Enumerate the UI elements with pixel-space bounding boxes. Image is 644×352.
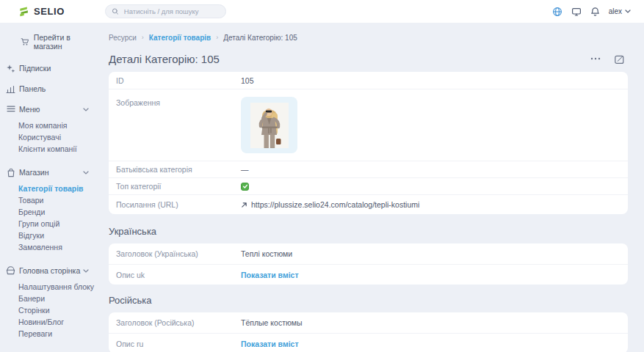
row-id: ID 105 — [109, 72, 628, 89]
sidebar-subitem[interactable]: Відгуки — [0, 230, 99, 241]
row-parent-category: Батьківська категорія — — [109, 161, 628, 177]
field-label: Заголовок (Українська) — [116, 249, 241, 258]
section-title-russian: Російська — [109, 295, 628, 307]
sidebar-subitem[interactable]: Товари — [0, 194, 99, 206]
field-label: ID — [116, 76, 241, 85]
sidebar-subitem[interactable]: Новини/Блог — [0, 316, 99, 328]
bar-chart-icon — [6, 84, 15, 94]
chevron-down-icon — [83, 171, 89, 175]
ellipsis-icon — [590, 57, 601, 60]
display-icon[interactable] — [571, 7, 582, 17]
breadcrumb-item-categories[interactable]: Категорії товарів — [149, 34, 211, 42]
global-search[interactable] — [105, 4, 226, 18]
selio-logo-icon — [18, 6, 29, 17]
checked-checkbox-icon — [241, 183, 249, 191]
ukrainian-card: Заголовок (Українська) Теплі костюми Опи… — [109, 243, 628, 285]
breadcrumb-item-current: Деталі Категорію: 105 — [223, 34, 297, 42]
bell-icon[interactable] — [590, 7, 600, 17]
sidebar-subitem[interactable]: Банери — [0, 293, 99, 304]
sidebar-group-homepage[interactable]: Головна сторінка — [0, 260, 99, 281]
sidebar-submenu-homepage: Налаштування блоку Банери Сторінки Новин… — [0, 281, 99, 340]
sidebar-subitem[interactable]: Моя компанія — [0, 120, 99, 131]
field-value: — — [241, 165, 249, 174]
row-description-ru: Опис ru Показати вміст — [109, 333, 628, 352]
logo-text: SELIO — [34, 6, 65, 17]
field-label: Заголовок (Російська) — [116, 318, 241, 327]
sidebar-subitem[interactable]: Бренди — [0, 206, 99, 218]
sidebar-item-label: Перейти в магазин — [34, 33, 99, 51]
breadcrumb: Ресурси › Категорії товарів › Деталі Кат… — [109, 33, 628, 42]
user-name: alex — [609, 7, 622, 15]
sidebar-item-dashboard[interactable]: Панель — [0, 78, 99, 99]
sidebar-item-label: Панель — [19, 84, 46, 93]
search-icon — [112, 7, 119, 15]
shopping-bag-icon — [7, 168, 15, 177]
top-header: SELIO alex — [0, 0, 644, 23]
field-label: Топ категорії — [116, 182, 241, 191]
menu-icon — [7, 106, 15, 113]
sidebar-item-label: Головна сторінка — [19, 266, 80, 275]
sidebar-submenu-store: Категорії товарів Товари Бренди Групи оп… — [0, 183, 99, 253]
more-actions-button[interactable] — [590, 57, 601, 60]
category-image-thumbnail — [241, 97, 297, 153]
breadcrumb-separator: › — [142, 34, 144, 41]
sidebar-subitem[interactable]: Користувачі — [0, 131, 99, 143]
edit-button[interactable] — [614, 54, 625, 65]
external-link-icon — [241, 202, 247, 208]
row-description-uk: Опис uk Показати вміст — [109, 264, 628, 285]
sidebar-item-label: Підписки — [19, 64, 51, 73]
globe-icon[interactable] — [552, 7, 562, 17]
field-label: Зображення — [116, 98, 241, 107]
row-image: Зображення — [109, 89, 628, 161]
main-content: Ресурси › Категорії товарів › Деталі Кат… — [99, 23, 644, 352]
cart-icon — [21, 37, 29, 46]
section-title-ukrainian: Українська — [109, 226, 628, 238]
sidebar-subitem[interactable]: Групи опцій — [0, 218, 99, 230]
show-content-link-uk[interactable]: Показати вміст — [241, 271, 299, 279]
sidebar-subitem-product-categories[interactable]: Категорії товарів — [0, 183, 99, 194]
sidebar-subitem[interactable]: Сторінки — [0, 304, 99, 316]
sparkles-icon — [6, 64, 15, 73]
sidebar-group-settings[interactable]: Налаштування — [0, 347, 99, 352]
field-value: Теплі костюми — [241, 249, 292, 258]
category-url-link[interactable]: https://plussize.selio24.com/catalog/tep… — [241, 200, 419, 209]
edit-icon — [614, 54, 625, 65]
sidebar-group-store[interactable]: Магазин — [0, 162, 99, 183]
details-card: ID 105 Зображення — [109, 72, 628, 214]
breadcrumb-item[interactable]: Ресурси — [109, 34, 137, 42]
sidebar-group-menu[interactable]: Меню — [0, 99, 99, 120]
basket-icon — [6, 266, 15, 275]
russian-card: Заголовок (Російська) Тёплые костюмы Опи… — [109, 312, 628, 352]
user-menu[interactable]: alex — [609, 7, 631, 15]
row-top-category: Топ категорії — [109, 177, 628, 194]
sidebar-subitem[interactable]: Налаштування блоку — [0, 281, 99, 293]
sidebar-submenu-menu: Моя компанія Користувачі Клієнти компані… — [0, 120, 99, 155]
show-content-link-ru[interactable]: Показати вміст — [241, 340, 299, 348]
sidebar-subitem[interactable]: Клієнти компанії — [0, 143, 99, 155]
breadcrumb-separator: › — [216, 34, 218, 41]
chevron-down-icon — [83, 269, 89, 273]
product-photo — [250, 103, 289, 148]
sidebar-item-label: Меню — [19, 105, 40, 114]
chevron-down-icon — [83, 108, 89, 111]
chevron-down-icon — [625, 10, 631, 13]
field-label: Опис ru — [116, 340, 241, 348]
sidebar-item-subscriptions[interactable]: Підписки — [0, 58, 99, 78]
field-label: Батьківська категорія — [116, 165, 241, 174]
field-value: Тёплые костюмы — [241, 318, 303, 327]
sidebar-item-go-to-store[interactable]: Перейти в магазин — [0, 34, 99, 49]
search-input[interactable] — [123, 7, 220, 16]
sidebar-item-label: Магазин — [19, 168, 49, 177]
url-text: https://plussize.selio24.com/catalog/tep… — [251, 200, 419, 209]
app-logo[interactable]: SELIO — [18, 6, 105, 17]
sidebar: Перейти в магазин Підписки Панель Меню М… — [0, 23, 99, 352]
sidebar-subitem[interactable]: Замовлення — [0, 241, 99, 253]
row-title-ru: Заголовок (Російська) Тёплые костюмы — [109, 312, 628, 333]
field-value: 105 — [241, 76, 254, 85]
page-title: Деталі Категорію: 105 — [109, 53, 220, 65]
field-label: Опис uk — [116, 271, 241, 279]
row-url: Посилання (URL) https://plussize.selio24… — [109, 194, 628, 214]
sidebar-subitem[interactable]: Переваги — [0, 328, 99, 340]
row-title-uk: Заголовок (Українська) Теплі костюми — [109, 243, 628, 264]
field-label: Посилання (URL) — [116, 200, 241, 209]
